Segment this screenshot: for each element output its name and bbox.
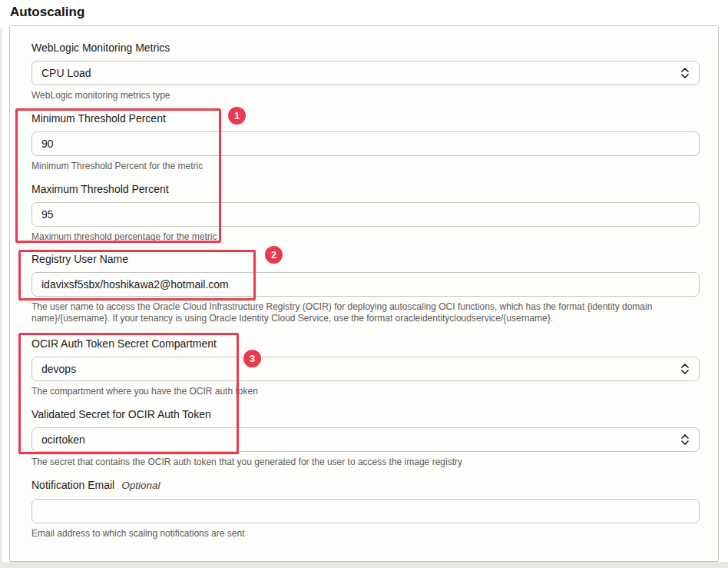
field-group-registry-user-name: Registry User Name The user name to acce… — [31, 251, 700, 324]
maximum-threshold-label: Maximum Threshold Percent — [31, 181, 700, 197]
field-group-ocir-compartment: OCIR Auth Token Secret Compartment devop… — [31, 336, 700, 397]
weblogic-monitoring-metrics-label: WebLogic Monitoring Metrics — [31, 40, 700, 55]
field-group-minimum-threshold: Minimum Threshold Percent Minimum Thresh… — [31, 111, 700, 172]
weblogic-monitoring-metrics-select[interactable]: CPU Load — [31, 61, 700, 85]
annotation-badge-2: 2 — [265, 246, 283, 264]
registry-user-name-label: Registry User Name — [31, 251, 700, 267]
ocir-compartment-help: The compartment where you have the OCIR … — [31, 386, 700, 397]
notification-email-help: Email address to which scaling notificat… — [31, 528, 700, 540]
annotation-badge-3: 3 — [243, 350, 261, 367]
annotation-badge-1: 1 — [228, 107, 246, 125]
autoscaling-form-panel: WebLogic Monitoring Metrics CPU Load Web… — [9, 25, 719, 562]
window-left-edge — [0, 28, 2, 568]
ocir-compartment-value: devops — [41, 363, 76, 375]
maximum-threshold-help: Maximum threshold percentage for the met… — [31, 231, 700, 243]
weblogic-monitoring-metrics-value: CPU Load — [41, 67, 91, 79]
ocir-secret-label: Validated Secret for OCIR Auth Token — [31, 407, 700, 422]
ocir-secret-value: ocirtoken — [41, 433, 85, 446]
notification-email-label: Notification EmailOptional — [31, 477, 700, 493]
window-bottom-edge — [0, 562, 728, 568]
registry-user-name-input[interactable] — [31, 272, 700, 297]
ocir-secret-help: The secret that contains the OCIR auth t… — [31, 457, 700, 468]
field-group-maximum-threshold: Maximum Threshold Percent Maximum thresh… — [31, 181, 700, 243]
weblogic-monitoring-metrics-help: WebLogic monitoring metrics type — [31, 90, 700, 101]
chevron-up-down-icon — [680, 67, 690, 79]
minimum-threshold-label: Minimum Threshold Percent — [31, 111, 700, 126]
ocir-compartment-label: OCIR Auth Token Secret Compartment — [31, 336, 700, 351]
optional-tag: Optional — [121, 480, 160, 491]
minimum-threshold-help: Minimum Threshold Percent for the metric — [31, 161, 700, 172]
field-group-weblogic-monitoring-metrics: WebLogic Monitoring Metrics CPU Load Web… — [31, 40, 700, 101]
field-group-ocir-secret: Validated Secret for OCIR Auth Token oci… — [31, 407, 700, 468]
notification-email-label-text: Notification Email — [31, 479, 114, 491]
page-title: Autoscaling — [10, 5, 84, 20]
field-group-notification-email: Notification EmailOptional Email address… — [31, 477, 700, 540]
registry-user-name-help: The user name to access the Oracle Cloud… — [31, 301, 700, 324]
minimum-threshold-input[interactable] — [31, 131, 700, 156]
notification-email-input[interactable] — [31, 499, 700, 523]
ocir-secret-select[interactable]: ocirtoken — [31, 427, 700, 452]
chevron-up-down-icon — [680, 363, 690, 375]
ocir-compartment-select[interactable]: devops — [31, 357, 700, 381]
maximum-threshold-input[interactable] — [31, 202, 700, 227]
chevron-up-down-icon — [680, 433, 690, 446]
